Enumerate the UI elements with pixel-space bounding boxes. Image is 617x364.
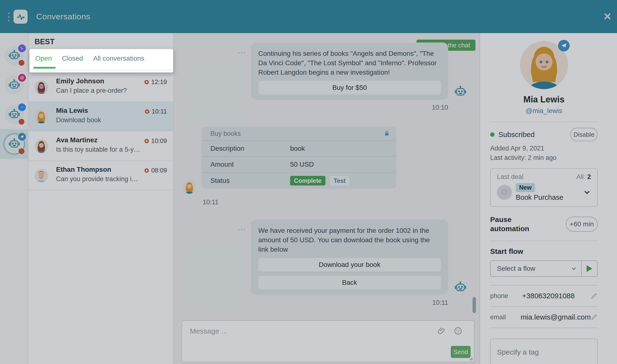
bots-sidebar [0, 33, 28, 364]
unread-dot [19, 119, 24, 125]
close-icon[interactable]: ✕ [603, 12, 612, 22]
sidebar-bot-messenger[interactable] [0, 100, 28, 129]
conversation-row-mia-lewis[interactable]: Mia Lewis Download book 10:11 [28, 102, 173, 131]
order-row-value: book [290, 145, 305, 152]
send-button[interactable]: Send [451, 346, 471, 358]
message-time: 10:11 [400, 299, 448, 307]
order-row-description: Description book [202, 141, 396, 157]
open-status-icon [144, 168, 149, 173]
message-options-icon[interactable]: ⋯ [237, 48, 246, 57]
robot-icon [8, 108, 21, 121]
field-row-email: email mia.lewis@gmail.com [490, 307, 598, 328]
order-row-amount: Amount 50 USD [202, 157, 396, 173]
message-text: Continuing his series of books "Angels a… [258, 49, 441, 77]
download-book-button[interactable]: Download your book [258, 258, 441, 272]
contact-handle[interactable]: @mia_lewis [490, 107, 598, 115]
flow-select[interactable]: Select a flow [490, 260, 598, 277]
conversation-row-ethan-thompson[interactable]: Ethan Thompson Can you provide tracking … [28, 161, 173, 190]
last-deal-card: Last deal All: 2 O New Book Purchase [490, 168, 598, 207]
status-badge-complete[interactable]: Complete [290, 176, 325, 185]
message-input[interactable] [182, 321, 474, 362]
conversation-row-ava-martinez[interactable]: Ava Martinez Is this toy suitable for a … [28, 131, 173, 161]
status-badge-test[interactable]: Test [330, 176, 350, 185]
deal-all-label: All: [577, 173, 586, 181]
avatar [35, 110, 48, 123]
subscribed-dot-icon [490, 132, 495, 137]
field-value: +380632091088 [522, 292, 591, 300]
pause-60min-button[interactable]: +60 min [566, 217, 598, 232]
resize-handle-icon[interactable] [469, 356, 473, 361]
conversation-time: 12:19 [151, 78, 167, 86]
divider [490, 121, 598, 122]
chat-scrollbar-thumb[interactable] [473, 297, 476, 313]
sidebar-bot-viber[interactable] [0, 41, 28, 70]
order-row-value: 50 USD [290, 161, 314, 168]
subscription-status: Subscribed [498, 130, 570, 139]
play-icon [587, 265, 592, 272]
bot-group-title: BEST [35, 38, 55, 46]
bot-avatar [5, 134, 24, 154]
contact-panel: Mia Lewis @mia_lewis Subscribed Disable … [480, 33, 617, 364]
chat-area: ✔ Close the chat ⋯ Continuing his series… [174, 33, 480, 364]
bot-avatar [5, 75, 24, 95]
emoji-icon[interactable] [454, 326, 462, 335]
order-row-status: Status Complete Test [202, 173, 396, 189]
app-logo [13, 10, 27, 24]
edit-pencil-icon[interactable] [591, 313, 598, 321]
buy-button[interactable]: Buy for $50 [258, 81, 441, 94]
contact-name: Mia Lewis [56, 107, 88, 115]
order-row-label: Status [210, 177, 290, 184]
conversation-row-emily-johnson[interactable]: Emily Johnson Can I place a pre-order? 1… [28, 72, 173, 102]
drag-handle-icon[interactable]: ⋮ [3, 10, 10, 23]
field-label: email [490, 313, 521, 321]
deal-name: Book Purchase [516, 194, 563, 201]
unread-dot [19, 60, 24, 66]
chevron-down-icon[interactable] [583, 188, 591, 196]
robot-icon [8, 79, 21, 91]
robot-icon [8, 138, 21, 150]
viber-icon [18, 44, 26, 52]
last-activity: Last activity: 2 min ago [490, 154, 598, 162]
unread-dot [19, 148, 24, 154]
disable-button[interactable]: Disable [570, 128, 598, 141]
message-text: We have received your payment for the or… [258, 226, 441, 254]
active-tab-underline [33, 67, 55, 69]
attachment-icon[interactable] [437, 326, 446, 335]
avatar [35, 169, 48, 182]
message-preview: Can I place a pre-order? [56, 87, 141, 94]
avatar [35, 139, 48, 153]
bot-avatar [454, 85, 467, 98]
conversation-time: 10:11 [152, 108, 167, 115]
app-window: ⋮ Conversations ✕ [0, 0, 617, 364]
deal-status-badge: New [516, 183, 535, 192]
start-flow-play-button[interactable] [582, 265, 597, 272]
tab-closed[interactable]: Closed [62, 55, 83, 62]
tab-all-conversations[interactable]: All conversations [93, 55, 144, 62]
bot-message-bubble: Continuing his series of books "Angels a… [251, 42, 448, 100]
tag-input[interactable] [491, 339, 597, 364]
conversation-list: BEST Open Closed All conversations [28, 33, 174, 364]
chevron-down-icon [571, 265, 577, 272]
telegram-icon [18, 133, 26, 141]
flow-select-value: Select a flow [491, 265, 571, 273]
pulse-icon [16, 12, 25, 22]
contact-name: Mia Lewis [490, 94, 598, 104]
message-time: 10:11 [203, 198, 251, 206]
message-preview: Is this toy suitable for a 5-year-old? [56, 146, 141, 153]
telegram-icon [558, 40, 570, 52]
message-options-icon[interactable]: ⋯ [237, 225, 246, 234]
edit-pencil-icon[interactable] [591, 292, 598, 299]
order-row-label: Amount [210, 161, 290, 168]
order-card-title: Buy books [210, 130, 383, 137]
app-header: ⋮ Conversations ✕ [0, 0, 617, 33]
open-status-icon [144, 139, 149, 143]
tab-open[interactable]: Open [35, 55, 52, 62]
message-preview: Can you provide tracking informa... [56, 175, 141, 183]
sidebar-bot-telegram[interactable] [0, 129, 28, 159]
sidebar-bot-instagram[interactable] [0, 70, 28, 100]
field-label: phone [490, 292, 522, 300]
last-deal-title: Last deal [497, 173, 524, 181]
contact-name: Ethan Thompson [56, 166, 111, 173]
back-button[interactable]: Back [258, 276, 441, 289]
lock-icon [383, 130, 390, 137]
